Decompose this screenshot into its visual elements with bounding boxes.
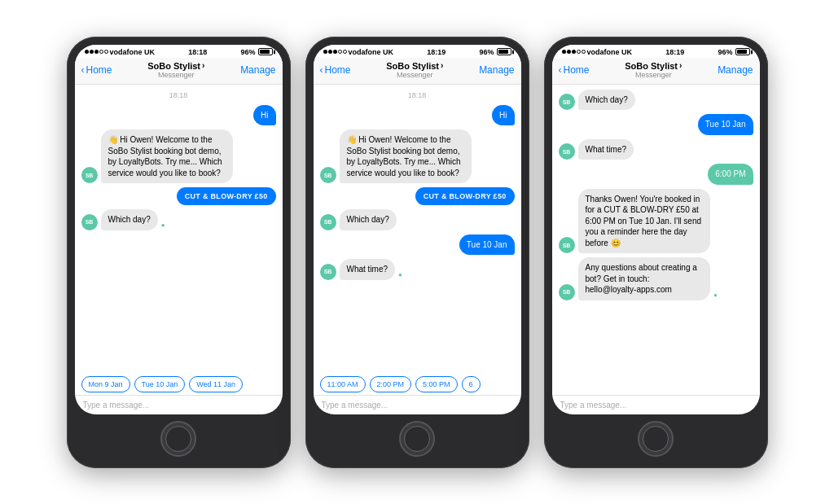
status-left-1: vodafone UK (85, 48, 156, 56)
qr-mon-1[interactable]: Mon 9 Jan (81, 376, 130, 392)
nav-bar-1: ‹ Home SoBo Stylist › Messenger Manage (75, 58, 283, 85)
chat-area-2: 18:18 Hi SB 👋 Hi Owen! Welcome to the So… (314, 85, 521, 373)
phone-3-screen: vodafone UK 18:19 96% ‹ Home SoBo Stylis… (552, 45, 760, 414)
manage-btn-3[interactable]: Manage (718, 64, 753, 76)
manage-btn-1[interactable]: Manage (240, 64, 275, 76)
carrier-3: vodafone UK (587, 48, 633, 56)
nav-subtitle-3: Messenger (590, 71, 718, 79)
home-btn-2[interactable] (399, 421, 435, 457)
status-right-2: 96% (479, 48, 511, 56)
status-bar-2: vodafone UK 18:19 96% (314, 45, 521, 58)
bot-avatar-2: SB (320, 167, 336, 183)
input-placeholder-2[interactable]: Type a message... (322, 401, 388, 410)
dot (94, 50, 99, 54)
bubble-whichday-3: Which day? (578, 90, 635, 111)
msg-hi-1: Hi (81, 105, 276, 126)
dot (323, 50, 327, 54)
time-2: 18:19 (427, 48, 446, 56)
bubble-whattime-2: What time? (340, 259, 396, 280)
chat-area-3: SB Which day? Tue 10 Jan SB What time? 6… (552, 85, 760, 395)
signal-3 (562, 50, 586, 54)
msg-questions-3: SB Any questions about creating a bot? G… (559, 257, 753, 300)
qr-11am-2[interactable]: 11:00 AM (320, 376, 366, 392)
time-1: 18:18 (188, 48, 207, 56)
manage-btn-2[interactable]: Manage (479, 64, 514, 76)
home-btn-1[interactable] (160, 421, 196, 457)
read-icon-2: ● (398, 271, 402, 278)
dot (577, 50, 581, 54)
time-3: 18:19 (665, 48, 684, 56)
bubble-cta-1[interactable]: CUT & BLOW-DRY £50 (177, 187, 276, 205)
dot (85, 50, 89, 54)
status-right-1: 96% (240, 48, 272, 56)
bot-avatar-2c: SB (320, 264, 336, 280)
status-bar-1: vodafone UK 18:18 96% (75, 45, 283, 58)
status-left-2: vodafone UK (323, 48, 394, 56)
status-left-3: vodafone UK (562, 48, 633, 56)
qr-tue-1[interactable]: Tue 10 Jan (134, 376, 186, 392)
bubble-whichday-1: Which day? (101, 209, 158, 230)
dot (333, 50, 337, 54)
dot (562, 50, 566, 54)
nav-title-2: SoBo Stylist › Messenger (351, 61, 480, 79)
msg-6pm-3: 6:00 PM (559, 164, 753, 185)
msg-welcome-2: SB 👋 Hi Owen! Welcome to the SoBo Stylis… (320, 129, 515, 183)
msg-hi-2: Hi (320, 105, 515, 126)
input-placeholder-3[interactable]: Type a message... (560, 401, 627, 410)
bubble-welcome-1: 👋 Hi Owen! Welcome to the SoBo Stylist b… (101, 129, 234, 183)
nav-title-main-2: SoBo Stylist › (351, 61, 480, 71)
dot (572, 50, 576, 54)
nav-top-3: ‹ Home SoBo Stylist › Messenger Manage (559, 61, 753, 79)
battery-icon-2 (497, 48, 511, 55)
nav-subtitle-2: Messenger (351, 71, 480, 79)
home-btn-inner-1 (165, 426, 191, 452)
phone-1-screen: vodafone UK 18:18 96% ‹ Home SoBo Stylis… (75, 45, 283, 414)
msg-welcome-1: SB 👋 Hi Owen! Welcome to the SoBo Stylis… (81, 129, 276, 183)
phone-1: vodafone UK 18:18 96% ‹ Home SoBo Stylis… (67, 37, 291, 468)
nav-title-3: SoBo Stylist › Messenger (590, 61, 718, 79)
home-btn-inner-2 (404, 426, 430, 452)
nav-subtitle-1: Messenger (112, 71, 241, 79)
qr-5pm-2[interactable]: 5:00 PM (415, 376, 458, 392)
chat-time-1: 18:18 (81, 91, 276, 99)
msg-whattime-2: SB What time? ● (320, 259, 515, 280)
dot (99, 50, 103, 54)
battery-icon-1 (258, 48, 273, 55)
msg-whichday-2: SB Which day? (320, 209, 515, 230)
input-placeholder-1[interactable]: Type a message... (83, 401, 150, 410)
qr-6-2[interactable]: 6 (462, 376, 481, 392)
dot (338, 50, 342, 54)
bot-avatar-1b: SB (81, 214, 98, 230)
bubble-confirmation-3: Thanks Owen! You're booked in for a CUT … (578, 189, 711, 254)
qr-2pm-2[interactable]: 2:00 PM (370, 376, 412, 392)
read-icon-3: ● (713, 291, 718, 299)
back-btn-1[interactable]: ‹ Home (81, 64, 112, 76)
chat-time-2: 18:18 (320, 91, 515, 99)
bubble-whattime-3: What time? (578, 139, 634, 160)
battery-pct-3: 96% (718, 48, 732, 56)
bubble-tue-3: Tue 10 Jan (698, 114, 753, 135)
dot (328, 50, 332, 54)
back-btn-3[interactable]: ‹ Home (559, 64, 590, 76)
input-bar-2: Type a message... (314, 395, 521, 414)
carrier-2: vodafone UK (349, 48, 394, 56)
battery-pct-1: 96% (240, 48, 255, 56)
dot (90, 50, 94, 54)
bot-avatar-3b: SB (559, 143, 575, 160)
qr-wed-1[interactable]: Wed 11 Jan (189, 376, 243, 392)
signal-1 (85, 50, 108, 54)
dot (343, 50, 347, 54)
chat-area-1: 18:18 Hi SB 👋 Hi Owen! Welcome to the So… (75, 85, 283, 373)
quick-replies-2: 11:00 AM 2:00 PM 5:00 PM 6 (314, 373, 521, 395)
back-btn-2[interactable]: ‹ Home (320, 64, 351, 76)
nav-title-main-1: SoBo Stylist › (112, 61, 241, 71)
home-btn-3[interactable] (638, 421, 674, 457)
nav-bar-3: ‹ Home SoBo Stylist › Messenger Manage (552, 58, 760, 85)
msg-confirmation-3: SB Thanks Owen! You're booked in for a C… (559, 189, 753, 254)
msg-cta-2: CUT & BLOW-DRY £50 (320, 187, 515, 205)
bot-avatar-2b: SB (320, 214, 336, 230)
bubble-cta-2[interactable]: CUT & BLOW-DRY £50 (415, 187, 515, 205)
nav-top-2: ‹ Home SoBo Stylist › Messenger Manage (320, 61, 515, 79)
bubble-whichday-2: Which day? (340, 209, 397, 230)
input-bar-1: Type a message... (75, 395, 283, 414)
